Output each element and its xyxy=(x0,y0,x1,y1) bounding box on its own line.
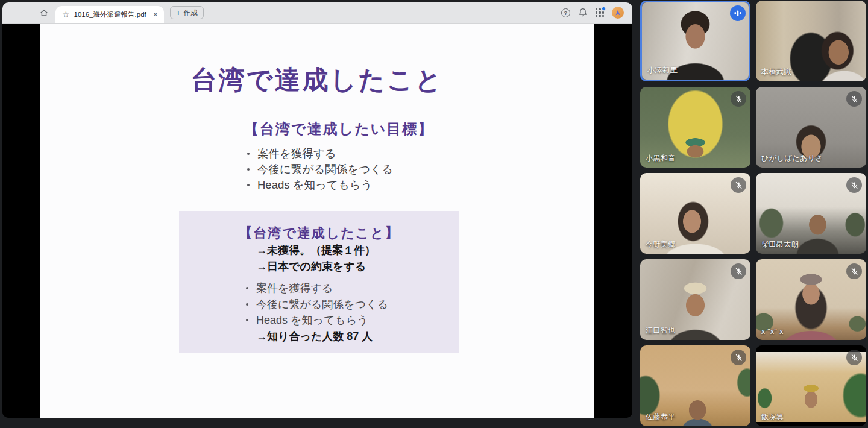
apps-grid-icon[interactable] xyxy=(596,8,604,17)
mic-muted-badge xyxy=(731,350,746,365)
mic-off-icon xyxy=(734,353,743,362)
mic-muted-badge xyxy=(846,350,862,365)
pdf-tab[interactable]: ☆ 1016_海外派遣報告.pdf × xyxy=(55,6,164,23)
mic-muted-badge xyxy=(731,263,746,279)
shared-screen-browser: ☆ 1016_海外派遣報告.pdf × + 作成 ? xyxy=(2,2,632,418)
mic-muted-badge xyxy=(846,263,862,279)
mic-off-icon xyxy=(850,95,859,104)
create-button-label: 作成 xyxy=(184,8,198,17)
results-heading: 【台湾で達成したこと】 xyxy=(179,224,459,242)
home-icon xyxy=(39,8,49,17)
participant-name: 本橋武識 xyxy=(761,67,791,77)
goal-bullet: 案件を獲得する xyxy=(244,146,433,162)
mic-off-icon xyxy=(850,181,859,190)
participant-tile[interactable]: 今野美郷 xyxy=(640,173,750,254)
participant-tile[interactable]: ひがしばたありさ xyxy=(756,87,866,168)
result-outcome: →未獲得。（提案１件） xyxy=(256,242,459,259)
goal-bullet: 今後に繋がる関係をつくる xyxy=(244,162,433,177)
participant-name: 小黒和音 xyxy=(646,153,676,163)
mic-muted-badge xyxy=(731,91,746,107)
browser-tab-bar: ☆ 1016_海外派遣報告.pdf × + 作成 ? xyxy=(2,2,632,24)
result-bullet: 案件を獲得する xyxy=(244,280,459,297)
results-list: →未獲得。（提案１件）→日本での約束をする案件を獲得する今後に繋がる関係をつくる… xyxy=(179,242,459,344)
participant-name: 佐藤恭平 xyxy=(646,412,676,422)
result-bullet: 今後に繋がる関係をつくる xyxy=(244,297,459,313)
participant-tile[interactable]: 佐藤恭平 xyxy=(640,345,750,426)
participant-tile[interactable]: 柴田昂太朗 xyxy=(756,173,866,254)
slide-goals-section: 【台湾で達成したい目標】 案件を獲得する今後に繋がる関係をつくるHeads を知… xyxy=(244,119,433,193)
mic-off-icon xyxy=(734,267,743,276)
participant-name: x "x" x xyxy=(761,327,784,336)
result-outcome: →知り合った人数 87 人 xyxy=(256,329,459,345)
mic-off-icon xyxy=(734,95,743,104)
pdf-slide: 台湾で達成したこと 【台湾で達成したい目標】 案件を獲得する今後に繋がる関係をつ… xyxy=(40,24,594,418)
browser-toolbar-right: ? xyxy=(561,7,632,19)
star-icon[interactable]: ☆ xyxy=(62,10,70,19)
participant-name: 柴田昂太朗 xyxy=(761,239,799,250)
slide-title: 台湾で達成したこと xyxy=(40,63,594,98)
participant-name: 小澤莉里 xyxy=(647,65,678,75)
mic-muted-badge xyxy=(846,177,862,193)
mic-muted-badge xyxy=(846,91,862,107)
participant-name: 今野美郷 xyxy=(646,239,676,250)
audio-level-icon xyxy=(734,9,742,17)
tab-title: 1016_海外派遣報告.pdf xyxy=(74,10,146,19)
meeting-app-window: ☆ 1016_海外派遣報告.pdf × + 作成 ? xyxy=(0,0,868,428)
result-bullet: Heads を知ってもらう xyxy=(244,312,459,329)
bell-icon[interactable] xyxy=(578,8,588,17)
create-button[interactable]: + 作成 xyxy=(170,6,204,19)
tab-close-icon[interactable]: × xyxy=(153,10,158,19)
participant-tile[interactable]: 飯塚翼 xyxy=(756,345,866,426)
user-avatar[interactable] xyxy=(612,7,624,19)
help-icon[interactable]: ? xyxy=(561,8,570,17)
notification-dot xyxy=(602,7,606,11)
slide-results-box: 【台湾で達成したこと】 →未獲得。（提案１件）→日本での約束をする案件を獲得する… xyxy=(179,211,459,353)
participant-tile[interactable]: 小澤莉里 xyxy=(640,1,750,81)
speaking-indicator xyxy=(730,5,746,21)
participant-tile[interactable]: 本橋武識 xyxy=(756,1,866,81)
participant-name: ひがしばたありさ xyxy=(761,153,823,163)
plus-icon: + xyxy=(176,9,181,17)
participant-name: 江口智也 xyxy=(646,326,676,336)
home-button[interactable] xyxy=(36,5,52,20)
goals-list: 案件を獲得する今後に繋がる関係をつくるHeads を知ってもらう xyxy=(244,146,433,193)
goal-bullet: Heads を知ってもらう xyxy=(244,177,433,193)
mic-muted-badge xyxy=(731,177,746,193)
mic-off-icon xyxy=(734,181,743,190)
participant-tile[interactable]: 小黒和音 xyxy=(640,87,750,168)
goals-heading: 【台湾で達成したい目標】 xyxy=(244,119,433,139)
pdf-viewer-canvas: 台湾で達成したこと 【台湾で達成したい目標】 案件を獲得する今後に繋がる関係をつ… xyxy=(2,24,632,418)
mic-off-icon xyxy=(850,353,859,362)
result-outcome: →日本での約束をする xyxy=(256,259,459,275)
avatar-graphic xyxy=(614,8,622,17)
mic-off-icon xyxy=(850,267,859,276)
participant-name: 飯塚翼 xyxy=(761,412,784,422)
participant-tile[interactable]: 江口智也 xyxy=(640,259,750,340)
participant-tile[interactable]: x "x" x xyxy=(756,259,866,340)
